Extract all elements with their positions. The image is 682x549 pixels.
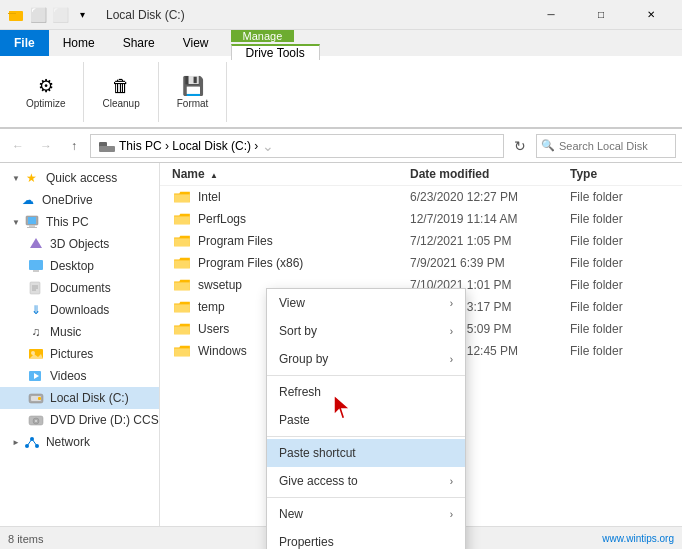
close-button[interactable]: ✕ bbox=[628, 0, 674, 30]
submenu-arrow: › bbox=[450, 509, 453, 520]
sidebar-item-local-disk[interactable]: Local Disk (C:) bbox=[0, 387, 159, 409]
sidebar-item-pictures[interactable]: Pictures bbox=[0, 343, 159, 365]
file-date: 7/12/2021 1:05 PM bbox=[410, 234, 570, 248]
ctx-label: Properties bbox=[279, 535, 334, 549]
network-icon bbox=[24, 434, 40, 450]
file-name: PerfLogs bbox=[198, 212, 410, 226]
ctx-label: New bbox=[279, 507, 303, 521]
maximize-button[interactable]: □ bbox=[578, 0, 624, 30]
download-icon: ⇓ bbox=[28, 302, 44, 318]
tab-home[interactable]: Home bbox=[49, 30, 109, 56]
forward-button[interactable]: → bbox=[34, 134, 58, 158]
ctx-item-group-by[interactable]: Group by › bbox=[267, 345, 465, 373]
file-row[interactable]: Program Files (x86) 7/9/2021 6:39 PM Fil… bbox=[160, 252, 682, 274]
sidebar-item-videos[interactable]: Videos bbox=[0, 365, 159, 387]
ctx-item-give-access-to[interactable]: Give access to › bbox=[267, 467, 465, 495]
ribbon-section-optimize: ⚙ Optimize bbox=[8, 62, 84, 122]
svg-rect-10 bbox=[29, 260, 43, 270]
watermark: www.wintips.org bbox=[602, 533, 674, 544]
sidebar-label-desktop: Desktop bbox=[50, 259, 94, 273]
ribbon-section-format: 💾 Format bbox=[159, 62, 228, 122]
tab-file[interactable]: File bbox=[0, 30, 49, 56]
format-btn[interactable]: 💾 Format bbox=[169, 70, 217, 113]
up-button[interactable]: ↑ bbox=[62, 134, 86, 158]
computer-icon bbox=[24, 214, 40, 230]
disk-icon bbox=[28, 390, 44, 406]
address-dropdown[interactable]: ⌄ bbox=[262, 138, 274, 154]
format-icon: 💾 bbox=[181, 74, 205, 98]
svg-rect-2 bbox=[8, 13, 16, 14]
submenu-arrow: › bbox=[450, 326, 453, 337]
optimize-btn[interactable]: ⚙ Optimize bbox=[18, 70, 73, 113]
col-header-type[interactable]: Type bbox=[570, 167, 670, 181]
search-box: 🔍 bbox=[536, 134, 676, 158]
folder-icon bbox=[172, 343, 192, 359]
file-row[interactable]: Program Files 7/12/2021 1:05 PM File fol… bbox=[160, 230, 682, 252]
ctx-item-properties[interactable]: Properties bbox=[267, 528, 465, 549]
sidebar: ▼ ★ Quick access ☁ OneDrive ▼ This PC 3D… bbox=[0, 163, 160, 526]
ctx-item-sort-by[interactable]: Sort by › bbox=[267, 317, 465, 345]
ctx-item-paste-shortcut[interactable]: Paste shortcut bbox=[267, 439, 465, 467]
star-icon: ★ bbox=[24, 170, 40, 186]
ctx-label: Sort by bbox=[279, 324, 317, 338]
window-controls: ─ □ ✕ bbox=[528, 0, 674, 30]
documents-icon bbox=[28, 280, 44, 296]
cleanup-btn[interactable]: 🗑 Cleanup bbox=[94, 70, 147, 113]
svg-line-30 bbox=[27, 439, 32, 446]
ctx-item-view[interactable]: View › bbox=[267, 289, 465, 317]
minimize-button[interactable]: ─ bbox=[528, 0, 574, 30]
sidebar-item-onedrive[interactable]: ☁ OneDrive bbox=[0, 189, 159, 211]
cleanup-icon: 🗑 bbox=[109, 74, 133, 98]
tab-drive-tools[interactable]: Drive Tools bbox=[231, 44, 320, 60]
tab-share[interactable]: Share bbox=[109, 30, 169, 56]
svg-rect-11 bbox=[33, 270, 39, 272]
videos-icon bbox=[28, 368, 44, 384]
search-icon: 🔍 bbox=[541, 139, 555, 152]
address-text: This PC › Local Disk (C:) › bbox=[119, 139, 258, 153]
toolbar-icon1: ⬜ bbox=[30, 7, 46, 23]
ribbon-tabs: File Home Share View Manage Drive Tools bbox=[0, 30, 682, 56]
sidebar-item-this-pc[interactable]: ▼ This PC bbox=[0, 211, 159, 233]
folder-icon bbox=[172, 255, 192, 271]
file-row[interactable]: Intel 6/23/2020 12:27 PM File folder bbox=[160, 186, 682, 208]
ctx-item-new[interactable]: New › bbox=[267, 500, 465, 528]
app-icon bbox=[8, 7, 24, 23]
col-header-date[interactable]: Date modified bbox=[410, 167, 570, 181]
ctx-separator bbox=[267, 497, 465, 498]
back-button[interactable]: ← bbox=[6, 134, 30, 158]
submenu-arrow: › bbox=[450, 298, 453, 309]
3d-icon bbox=[28, 236, 44, 252]
toolbar-icon2: ⬜ bbox=[52, 7, 68, 23]
svg-point-26 bbox=[35, 420, 37, 422]
file-row[interactable]: PerfLogs 12/7/2019 11:14 AM File folder bbox=[160, 208, 682, 230]
expand-arrow-network: ► bbox=[12, 438, 20, 447]
tab-manage[interactable]: Manage bbox=[231, 30, 295, 42]
tab-view[interactable]: View bbox=[169, 30, 223, 56]
sidebar-item-quick-access[interactable]: ▼ ★ Quick access bbox=[0, 167, 159, 189]
ctx-separator bbox=[267, 436, 465, 437]
sidebar-label-onedrive: OneDrive bbox=[42, 193, 93, 207]
sidebar-item-3d-objects[interactable]: 3D Objects bbox=[0, 233, 159, 255]
music-icon: ♫ bbox=[28, 324, 44, 340]
refresh-button[interactable]: ↻ bbox=[508, 134, 532, 158]
ctx-item-refresh[interactable]: Refresh bbox=[267, 378, 465, 406]
col-header-name[interactable]: Name ▲ bbox=[172, 167, 410, 181]
title-bar-icons: ⬜ ⬜ ▾ bbox=[8, 7, 90, 23]
sidebar-item-music[interactable]: ♫ Music bbox=[0, 321, 159, 343]
address-path[interactable]: This PC › Local Disk (C:) › ⌄ bbox=[90, 134, 504, 158]
sidebar-item-desktop[interactable]: Desktop bbox=[0, 255, 159, 277]
sidebar-label-this-pc: This PC bbox=[46, 215, 89, 229]
file-type: File folder bbox=[570, 322, 670, 336]
ctx-item-paste[interactable]: Paste bbox=[267, 406, 465, 434]
folder-icon bbox=[172, 299, 192, 315]
svg-line-31 bbox=[32, 439, 37, 446]
svg-marker-9 bbox=[30, 238, 42, 248]
svg-rect-8 bbox=[27, 227, 37, 228]
svg-rect-6 bbox=[28, 217, 36, 224]
search-input[interactable] bbox=[559, 140, 671, 152]
sidebar-item-documents[interactable]: Documents bbox=[0, 277, 159, 299]
sidebar-item-downloads[interactable]: ⇓ Downloads bbox=[0, 299, 159, 321]
sidebar-item-network[interactable]: ► Network bbox=[0, 431, 159, 453]
svg-rect-23 bbox=[38, 397, 41, 400]
sidebar-item-dvd[interactable]: DVD Drive (D:) CCS bbox=[0, 409, 159, 431]
